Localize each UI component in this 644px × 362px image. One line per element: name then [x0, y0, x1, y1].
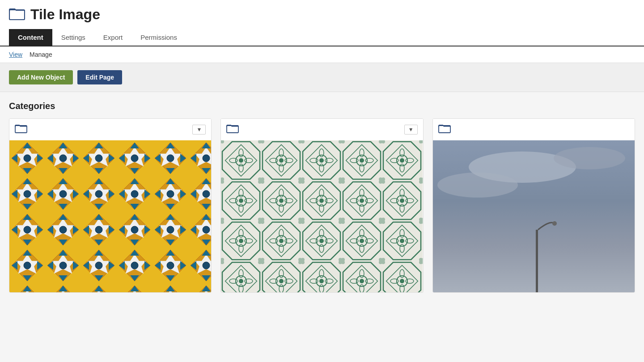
svg-rect-0	[9, 10, 25, 20]
content-area: Categories ▼	[0, 92, 644, 302]
card-folder-icon-3	[438, 123, 451, 136]
page-header: Tile Image Content Settings Export Permi…	[0, 0, 644, 46]
page-title: Tile Image	[30, 6, 100, 23]
sub-nav: View Manage	[0, 46, 644, 63]
edit-page-button[interactable]: Edit Page	[77, 70, 122, 84]
tab-settings[interactable]: Settings	[52, 29, 94, 46]
cards-grid: ▼	[9, 118, 635, 293]
folder-icon	[9, 7, 25, 22]
manage-link[interactable]: Manage	[30, 51, 52, 58]
card-header-2: ▼	[221, 119, 423, 140]
add-new-object-button[interactable]: Add New Object	[9, 70, 73, 84]
svg-rect-31	[536, 230, 538, 292]
category-card-3	[432, 118, 635, 293]
category-card-1: ▼	[9, 118, 212, 293]
title-row: Tile Image	[9, 6, 635, 29]
action-bar: Add New Object Edit Page	[0, 63, 644, 92]
card-image-3	[433, 140, 635, 292]
card-folder-icon-2	[226, 123, 239, 136]
svg-point-30	[437, 173, 518, 198]
card-folder-icon-1	[15, 123, 27, 136]
svg-point-29	[554, 147, 625, 169]
card-image-1	[9, 140, 211, 292]
svg-point-32	[552, 221, 557, 226]
card-header-3	[433, 119, 635, 140]
category-card-2: ▼	[220, 118, 423, 293]
view-link[interactable]: View	[9, 51, 22, 58]
tab-export[interactable]: Export	[94, 29, 131, 46]
page-wrapper: Tile Image Content Settings Export Permi…	[0, 0, 644, 302]
categories-section-title: Categories	[9, 101, 635, 111]
svg-rect-10	[9, 140, 211, 292]
card-image-2	[221, 140, 423, 292]
svg-rect-25	[221, 140, 423, 292]
tab-permissions[interactable]: Permissions	[131, 29, 186, 46]
tab-content[interactable]: Content	[9, 29, 52, 46]
card-dropdown-btn-1[interactable]: ▼	[192, 125, 206, 135]
card-dropdown-btn-2[interactable]: ▼	[404, 125, 418, 135]
tabs-nav: Content Settings Export Permissions	[9, 29, 635, 46]
card-header-1: ▼	[9, 119, 211, 140]
